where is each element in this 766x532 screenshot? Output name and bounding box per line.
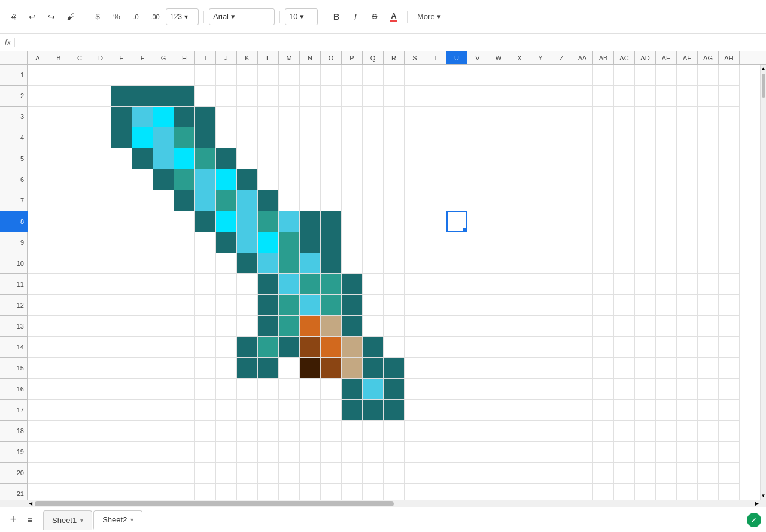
- cell-J8[interactable]: [216, 211, 237, 232]
- cell-B18[interactable]: [48, 421, 69, 442]
- cell-H18[interactable]: [174, 421, 195, 442]
- cell-P16[interactable]: [342, 379, 363, 400]
- cell-D9[interactable]: [90, 232, 111, 253]
- cell-K13[interactable]: [237, 316, 258, 337]
- cell-Z17[interactable]: [551, 400, 572, 421]
- cell-X9[interactable]: [509, 232, 530, 253]
- cell-Y21[interactable]: [530, 484, 551, 500]
- cell-Q10[interactable]: [363, 253, 384, 274]
- cell-S17[interactable]: [405, 400, 425, 421]
- cell-AD16[interactable]: [635, 379, 656, 400]
- cell-Q12[interactable]: [363, 295, 384, 316]
- cell-R19[interactable]: [384, 442, 405, 463]
- cell-AD2[interactable]: [635, 86, 656, 107]
- cell-AH6[interactable]: [719, 169, 740, 190]
- cell-AE21[interactable]: [656, 484, 677, 500]
- cell-W7[interactable]: [488, 190, 509, 211]
- cell-P1[interactable]: [342, 65, 363, 86]
- strikethrough-button[interactable]: S: [366, 8, 383, 25]
- cell-B2[interactable]: [48, 86, 69, 107]
- cell-AF15[interactable]: [677, 358, 698, 379]
- cell-S5[interactable]: [405, 148, 425, 169]
- cell-K12[interactable]: [237, 295, 258, 316]
- cell-AF1[interactable]: [677, 65, 698, 86]
- cell-V10[interactable]: [467, 253, 488, 274]
- cell-AG5[interactable]: [698, 148, 719, 169]
- cell-C12[interactable]: [69, 295, 90, 316]
- cell-M5[interactable]: [279, 148, 300, 169]
- cell-AD1[interactable]: [635, 65, 656, 86]
- cell-AC8[interactable]: [614, 211, 635, 232]
- cell-Y2[interactable]: [530, 86, 551, 107]
- cell-X7[interactable]: [509, 190, 530, 211]
- cell-AD4[interactable]: [635, 127, 656, 148]
- cell-Q19[interactable]: [363, 442, 384, 463]
- cell-M3[interactable]: [279, 107, 300, 127]
- cell-J14[interactable]: [216, 337, 237, 358]
- cell-X5[interactable]: [509, 148, 530, 169]
- cell-Y5[interactable]: [530, 148, 551, 169]
- cell-E18[interactable]: [111, 421, 132, 442]
- cell-A6[interactable]: [28, 169, 48, 190]
- cell-AD20[interactable]: [635, 463, 656, 484]
- cell-G15[interactable]: [153, 358, 174, 379]
- cell-AD9[interactable]: [635, 232, 656, 253]
- cell-E7[interactable]: [111, 190, 132, 211]
- cell-K4[interactable]: [237, 127, 258, 148]
- cell-X13[interactable]: [509, 316, 530, 337]
- cell-W4[interactable]: [488, 127, 509, 148]
- cell-L9[interactable]: [258, 232, 279, 253]
- cell-O12[interactable]: [321, 295, 342, 316]
- cell-F16[interactable]: [132, 379, 153, 400]
- cell-S19[interactable]: [405, 442, 425, 463]
- cell-AB16[interactable]: [593, 379, 614, 400]
- cell-AB1[interactable]: [593, 65, 614, 86]
- cell-X17[interactable]: [509, 400, 530, 421]
- cell-I8[interactable]: [195, 211, 216, 232]
- cell-AH16[interactable]: [719, 379, 740, 400]
- cell-AE15[interactable]: [656, 358, 677, 379]
- cell-W2[interactable]: [488, 86, 509, 107]
- cell-P4[interactable]: [342, 127, 363, 148]
- row-number-6[interactable]: 6: [0, 169, 28, 190]
- scrollbar-horizontal[interactable]: ◀ ▶: [28, 500, 760, 507]
- cell-AD7[interactable]: [635, 190, 656, 211]
- cell-O2[interactable]: [321, 86, 342, 107]
- cell-AH7[interactable]: [719, 190, 740, 211]
- cell-A15[interactable]: [28, 358, 48, 379]
- cell-B19[interactable]: [48, 442, 69, 463]
- cell-N21[interactable]: [300, 484, 321, 500]
- cell-O1[interactable]: [321, 65, 342, 86]
- cell-G5[interactable]: [153, 148, 174, 169]
- cell-AG3[interactable]: [698, 107, 719, 127]
- cell-S6[interactable]: [405, 169, 425, 190]
- cell-W14[interactable]: [488, 337, 509, 358]
- cell-L8[interactable]: [258, 211, 279, 232]
- cell-D5[interactable]: [90, 148, 111, 169]
- cell-L16[interactable]: [258, 379, 279, 400]
- cell-O18[interactable]: [321, 421, 342, 442]
- cell-R20[interactable]: [384, 463, 405, 484]
- cell-AF18[interactable]: [677, 421, 698, 442]
- cell-AC12[interactable]: [614, 295, 635, 316]
- cell-T1[interactable]: [425, 65, 446, 86]
- cell-Y11[interactable]: [530, 274, 551, 295]
- cell-J4[interactable]: [216, 127, 237, 148]
- cell-A12[interactable]: [28, 295, 48, 316]
- cell-AA18[interactable]: [572, 421, 593, 442]
- cell-H9[interactable]: [174, 232, 195, 253]
- cell-G20[interactable]: [153, 463, 174, 484]
- currency-button[interactable]: $: [89, 8, 106, 25]
- cell-S16[interactable]: [405, 379, 425, 400]
- cell-G7[interactable]: [153, 190, 174, 211]
- row-number-17[interactable]: 17: [0, 400, 28, 421]
- cell-M13[interactable]: [279, 316, 300, 337]
- cell-D6[interactable]: [90, 169, 111, 190]
- cell-T3[interactable]: [425, 107, 446, 127]
- cell-AC1[interactable]: [614, 65, 635, 86]
- col-header-Y[interactable]: Y: [530, 51, 551, 64]
- add-sheet-button[interactable]: +: [5, 512, 22, 528]
- cell-Y7[interactable]: [530, 190, 551, 211]
- cell-Z19[interactable]: [551, 442, 572, 463]
- cell-C7[interactable]: [69, 190, 90, 211]
